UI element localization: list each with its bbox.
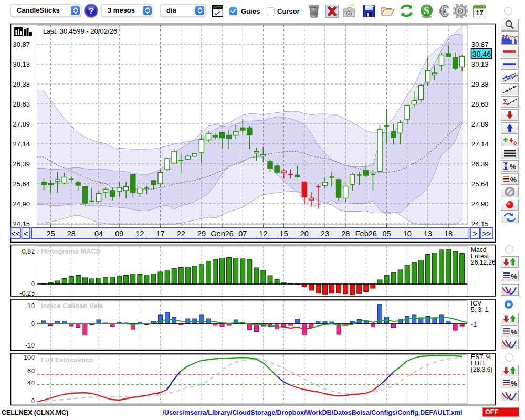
svg-text:04: 04 — [94, 229, 103, 238]
svg-text:0,82: 0,82 — [22, 248, 35, 255]
svg-text:30,87: 30,87 — [13, 40, 30, 48]
svg-text:S: S — [424, 5, 429, 16]
svg-text:Gen26: Gen26 — [211, 229, 234, 238]
svg-text:-0,25: -0,25 — [20, 290, 35, 297]
svg-text:100: 100 — [24, 354, 35, 361]
svg-text:26,39: 26,39 — [471, 160, 489, 168]
svg-text:>: > — [473, 229, 477, 238]
svg-text:?: ? — [88, 6, 93, 16]
svg-text:0: 0 — [31, 320, 35, 328]
svg-text:17: 17 — [156, 229, 164, 238]
svg-text:-1: -1 — [471, 321, 477, 328]
svg-text:(28,3,6): (28,3,6) — [471, 366, 492, 373]
svg-text:Histograma MACD: Histograma MACD — [41, 247, 101, 255]
svg-text:<: < — [24, 229, 28, 238]
svg-text:30,13: 30,13 — [13, 60, 30, 68]
svg-text:40: 40 — [27, 380, 35, 387]
svg-text:25: 25 — [47, 229, 55, 238]
svg-text:Feb26: Feb26 — [355, 229, 377, 238]
svg-text:10: 10 — [403, 229, 412, 238]
svg-text:29: 29 — [197, 229, 206, 238]
svg-text:-10: -10 — [25, 342, 35, 349]
svg-text:%: % — [511, 328, 517, 336]
svg-text:25,64: 25,64 — [471, 180, 489, 188]
svg-text:24,90: 24,90 — [471, 200, 489, 208]
svg-text:30,13: 30,13 — [471, 60, 489, 68]
svg-text:20: 20 — [300, 229, 309, 238]
svg-text:29,38: 29,38 — [13, 80, 30, 88]
svg-text:29,38: 29,38 — [471, 80, 489, 88]
svg-text:05: 05 — [382, 229, 391, 238]
svg-text:27,89: 27,89 — [13, 120, 30, 128]
svg-text:24,15: 24,15 — [471, 220, 489, 228]
svg-text:26,12,26: 26,12,26 — [471, 259, 496, 266]
svg-text:0: 0 — [31, 397, 35, 405]
svg-text:07: 07 — [238, 229, 247, 238]
svg-text:%: % — [511, 272, 517, 280]
svg-text:18: 18 — [444, 229, 453, 238]
svg-text:27,14: 27,14 — [471, 140, 489, 148]
svg-text:17: 17 — [476, 9, 483, 17]
svg-text:%: % — [510, 163, 516, 171]
svg-text:5, 3, 1: 5, 3, 1 — [471, 306, 489, 313]
svg-text:<<: << — [12, 229, 20, 238]
svg-text:28: 28 — [341, 229, 350, 238]
svg-text:27,14: 27,14 — [13, 140, 30, 148]
svg-text:15: 15 — [280, 229, 288, 238]
svg-text:24,90: 24,90 — [13, 200, 30, 208]
svg-text:12: 12 — [259, 229, 267, 238]
svg-text:%: % — [510, 176, 517, 184]
svg-text:22: 22 — [177, 229, 185, 238]
svg-text:Full Estocastico: Full Estocastico — [41, 356, 93, 364]
svg-text:28,63: 28,63 — [471, 100, 489, 108]
svg-text:23: 23 — [321, 229, 329, 238]
svg-text:30,87: 30,87 — [471, 40, 489, 48]
svg-text:13: 13 — [424, 229, 432, 238]
svg-text:30,46: 30,46 — [472, 50, 491, 58]
svg-text:09: 09 — [115, 229, 123, 238]
svg-text:€: € — [439, 3, 448, 19]
svg-text:10: 10 — [27, 302, 35, 310]
svg-text:12: 12 — [135, 229, 144, 238]
svg-text:%: % — [511, 380, 517, 387]
svg-text:26,39: 26,39 — [13, 160, 30, 168]
svg-text:Indice Calidad Vela: Indice Calidad Vela — [41, 302, 103, 310]
svg-text:25,64: 25,64 — [13, 180, 30, 188]
svg-text:60: 60 — [27, 368, 35, 375]
svg-text:28,63: 28,63 — [13, 100, 30, 108]
svg-text:>>: >> — [482, 229, 491, 238]
svg-text:24,15: 24,15 — [13, 220, 30, 228]
svg-text:0: 0 — [31, 280, 35, 288]
svg-text:28: 28 — [67, 229, 76, 238]
svg-text:Last: 30.4599 - 20/02/26: Last: 30.4599 - 20/02/26 — [43, 27, 117, 35]
svg-text:27,89: 27,89 — [471, 120, 489, 128]
